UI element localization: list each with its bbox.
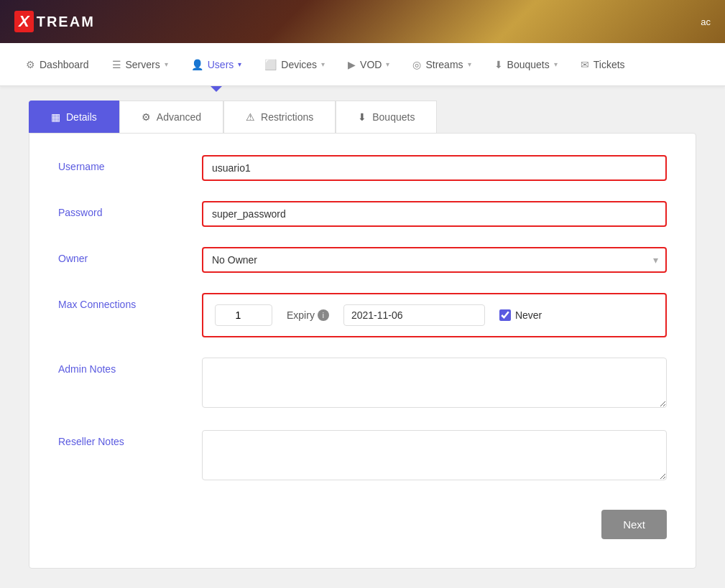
admin-notes-row: Admin Notes: [58, 358, 667, 410]
nav-vod-label: VOD: [360, 59, 382, 70]
bouquets-icon: ⬇: [494, 59, 503, 70]
next-button[interactable]: Next: [601, 510, 667, 539]
tabs: ▦ Details ⚙ Advanced ⚠ Restrictions ⬇ Bo…: [29, 101, 696, 133]
nav-servers-label: Servers: [126, 59, 160, 70]
expiry-text: Expiry: [287, 309, 315, 321]
nav-tickets-label: Tickets: [594, 59, 625, 70]
expiry-info-icon[interactable]: i: [318, 309, 329, 321]
max-connections-field: Expiry i Never: [202, 293, 667, 337]
expiry-label: Expiry i: [287, 309, 329, 321]
nav-streams-label: Streams: [425, 59, 463, 70]
logo-x: X: [14, 11, 34, 32]
max-connections-input[interactable]: [215, 304, 272, 326]
header-user: ac: [701, 17, 711, 27]
owner-select[interactable]: No Owner: [202, 247, 667, 273]
bouquets-arrow-icon: ▾: [554, 60, 558, 68]
nav-vod[interactable]: ▶ VOD ▾: [336, 43, 401, 86]
dashboard-icon: ⚙: [26, 59, 35, 70]
admin-notes-textarea[interactable]: [202, 358, 667, 408]
vod-arrow-icon: ▾: [386, 60, 389, 68]
servers-arrow-icon: ▾: [165, 60, 168, 68]
nav: ⚙ Dashboard ☰ Servers ▾ 👤 Users ▾ ⬜ Devi…: [0, 43, 725, 86]
reseller-notes-label: Reseller Notes: [58, 430, 202, 447]
tab-bouquets[interactable]: ⬇ Bouquets: [336, 101, 437, 133]
nav-devices-label: Devices: [281, 59, 317, 70]
nav-bouquets[interactable]: ⬇ Bouquets ▾: [483, 43, 569, 86]
tab-restrictions[interactable]: ⚠ Restrictions: [223, 101, 336, 133]
tickets-icon: ✉: [581, 59, 589, 70]
tab-advanced-label: Advanced: [157, 111, 201, 123]
nav-dashboard-label: Dashboard: [40, 59, 89, 70]
password-label: Password: [58, 201, 202, 218]
nav-users-label: Users: [208, 59, 234, 70]
owner-row: Owner No Owner ▾: [58, 247, 667, 273]
streams-icon: ◎: [412, 59, 421, 70]
nav-bouquets-label: Bouquets: [507, 59, 550, 70]
bouquets-tab-icon: ⬇: [358, 111, 366, 123]
logo[interactable]: X TREAM: [14, 11, 95, 32]
advanced-tab-icon: ⚙: [142, 111, 151, 123]
users-icon: 👤: [191, 59, 203, 70]
vod-icon: ▶: [348, 59, 356, 70]
username-row: Username: [58, 155, 667, 181]
never-label: Never: [515, 309, 542, 321]
never-checkbox[interactable]: [499, 309, 511, 321]
reseller-notes-row: Reseller Notes: [58, 430, 667, 482]
admin-notes-field: [202, 358, 667, 410]
expiry-date-input[interactable]: [343, 304, 485, 326]
restrictions-tab-icon: ⚠: [246, 111, 255, 123]
nav-servers[interactable]: ☰ Servers ▾: [101, 43, 180, 86]
max-connections-label: Max Connections: [58, 293, 202, 310]
never-wrap: Never: [499, 309, 542, 321]
owner-field: No Owner ▾: [202, 247, 667, 273]
owner-label: Owner: [58, 247, 202, 264]
nav-tickets[interactable]: ✉ Tickets: [569, 43, 637, 86]
nav-dashboard[interactable]: ⚙ Dashboard: [14, 43, 101, 86]
nav-users[interactable]: 👤 Users ▾: [180, 43, 254, 86]
username-label: Username: [58, 155, 202, 172]
password-row: Password: [58, 201, 667, 227]
devices-arrow-icon: ▾: [321, 60, 325, 68]
header: X TREAM ac: [0, 0, 725, 43]
max-connections-wrap: Expiry i Never: [202, 293, 667, 337]
nav-devices[interactable]: ⬜ Devices ▾: [253, 43, 336, 86]
reseller-notes-textarea[interactable]: [202, 430, 667, 480]
streams-arrow-icon: ▾: [468, 60, 471, 68]
devices-icon: ⬜: [264, 59, 277, 70]
username-input[interactable]: [202, 155, 667, 181]
reseller-notes-field: [202, 430, 667, 482]
main-content: ▦ Details ⚙ Advanced ⚠ Restrictions ⬇ Bo…: [0, 86, 725, 583]
form-container: Username Password Owner No Owner ▾ Max: [29, 133, 696, 569]
logo-tream: TREAM: [37, 14, 95, 30]
tab-details[interactable]: ▦ Details: [29, 101, 119, 133]
tab-bouquets-label: Bouquets: [372, 111, 415, 123]
nav-streams[interactable]: ◎ Streams ▾: [401, 43, 482, 86]
users-dropdown-arrow: [211, 86, 222, 92]
max-connections-row: Max Connections Expiry i Never: [58, 293, 667, 337]
servers-icon: ☰: [112, 59, 121, 70]
username-field: [202, 155, 667, 181]
tab-advanced[interactable]: ⚙ Advanced: [119, 101, 223, 133]
password-input[interactable]: [202, 201, 667, 227]
admin-notes-label: Admin Notes: [58, 358, 202, 375]
password-field: [202, 201, 667, 227]
users-arrow-icon: ▾: [238, 60, 241, 68]
form-footer: Next: [58, 503, 667, 539]
tab-restrictions-label: Restrictions: [261, 111, 313, 123]
tab-details-label: Details: [66, 111, 97, 123]
details-tab-icon: ▦: [51, 111, 60, 123]
